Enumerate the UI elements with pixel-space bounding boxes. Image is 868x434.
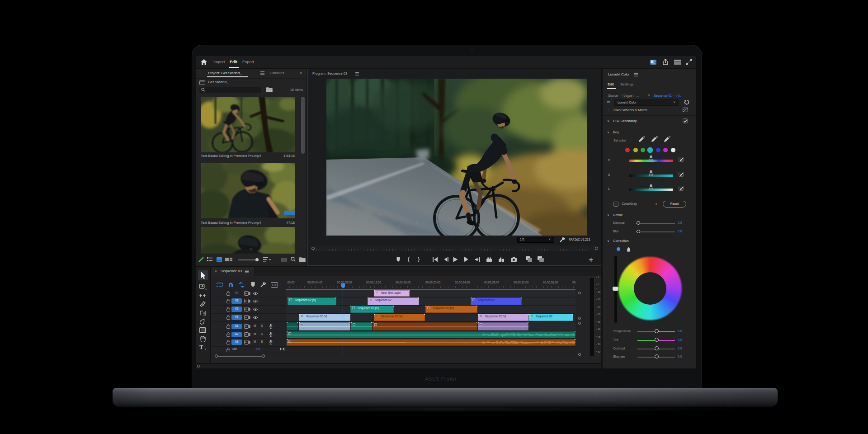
svg-text:CC: CC: [272, 283, 278, 287]
